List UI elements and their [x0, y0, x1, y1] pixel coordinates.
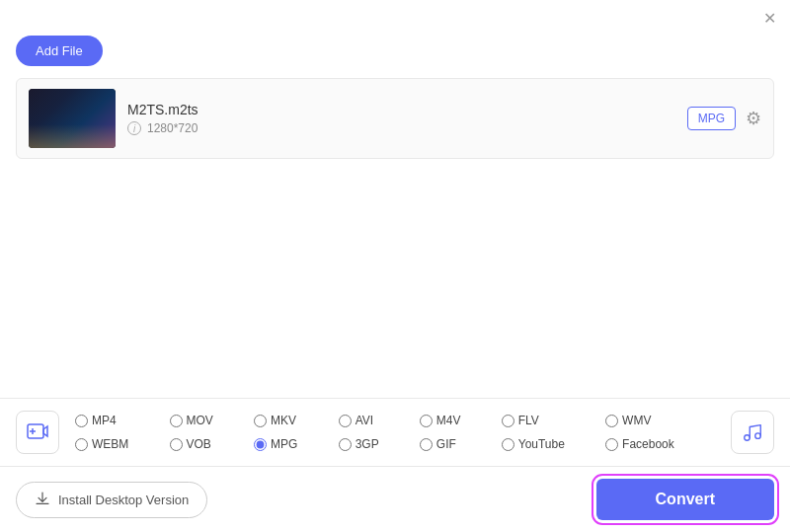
- format-label-vob: VOB: [187, 437, 211, 451]
- format-option-webm[interactable]: WEBM: [75, 435, 170, 453]
- file-name: M2TS.m2ts: [127, 102, 675, 117]
- file-thumbnail: [29, 89, 116, 148]
- format-option-mov[interactable]: MOV: [170, 412, 255, 429]
- format-option-facebook[interactable]: Facebook: [605, 435, 715, 453]
- music-format-icon[interactable]: [731, 411, 774, 454]
- add-file-button[interactable]: Add File: [16, 36, 103, 66]
- format-label-avi: AVI: [356, 414, 373, 427]
- format-grid: MP4 MOV MKV AVI M4V FLV: [75, 412, 715, 453]
- format-label-mkv: MKV: [271, 414, 296, 427]
- format-label-facebook: Facebook: [622, 437, 674, 451]
- info-icon: i: [127, 121, 141, 135]
- format-label-gif: GIF: [436, 437, 456, 451]
- settings-icon[interactable]: ⚙: [746, 108, 761, 129]
- format-label-wmv: WMV: [622, 414, 651, 427]
- format-option-vob[interactable]: VOB: [170, 435, 255, 453]
- format-label-flv: FLV: [518, 414, 539, 427]
- title-bar: ✕: [0, 0, 790, 36]
- format-option-3gp[interactable]: 3GP: [339, 435, 420, 453]
- footer-bar: Install Desktop Version Convert: [0, 466, 790, 532]
- bottom-section: MP4 MOV MKV AVI M4V FLV: [0, 398, 790, 532]
- convert-button[interactable]: Convert: [596, 479, 774, 520]
- format-option-m4v[interactable]: M4V: [420, 412, 502, 429]
- main-content: [0, 159, 790, 396]
- file-resolution: 1280*720: [147, 121, 198, 135]
- format-label-m4v: M4V: [436, 414, 461, 427]
- file-info: M2TS.m2ts i 1280*720: [127, 102, 675, 135]
- install-label: Install Desktop Version: [58, 493, 189, 507]
- format-label-mov: MOV: [187, 414, 213, 427]
- file-meta: i 1280*720: [127, 121, 675, 135]
- download-icon: [35, 491, 50, 509]
- file-actions: MPG ⚙: [687, 107, 761, 130]
- install-desktop-button[interactable]: Install Desktop Version: [16, 482, 207, 518]
- format-label-mpg: MPG: [271, 437, 297, 451]
- format-option-mp4[interactable]: MP4: [75, 412, 170, 429]
- format-label-mp4: MP4: [92, 414, 117, 427]
- format-option-mkv[interactable]: MKV: [254, 412, 339, 429]
- file-list: M2TS.m2ts i 1280*720 MPG ⚙: [16, 78, 774, 159]
- format-badge-button[interactable]: MPG: [687, 107, 736, 130]
- thumbnail-image: [29, 89, 116, 148]
- format-option-flv[interactable]: FLV: [502, 412, 605, 429]
- format-label-3gp: 3GP: [356, 437, 379, 451]
- toolbar: Add File: [0, 36, 790, 78]
- format-label-webm: WEBM: [92, 437, 128, 451]
- format-option-youtube[interactable]: YouTube: [502, 435, 605, 453]
- format-label-youtube: YouTube: [518, 437, 565, 451]
- close-button[interactable]: ✕: [760, 9, 778, 27]
- video-format-icon[interactable]: [16, 411, 59, 454]
- format-option-mpg[interactable]: MPG: [254, 435, 339, 453]
- format-panel: MP4 MOV MKV AVI M4V FLV: [0, 398, 790, 466]
- file-item: M2TS.m2ts i 1280*720 MPG ⚙: [17, 79, 773, 158]
- format-option-gif[interactable]: GIF: [420, 435, 502, 453]
- svg-point-4: [755, 433, 761, 439]
- svg-point-3: [745, 435, 750, 441]
- format-option-wmv[interactable]: WMV: [605, 412, 715, 429]
- format-option-avi[interactable]: AVI: [339, 412, 420, 429]
